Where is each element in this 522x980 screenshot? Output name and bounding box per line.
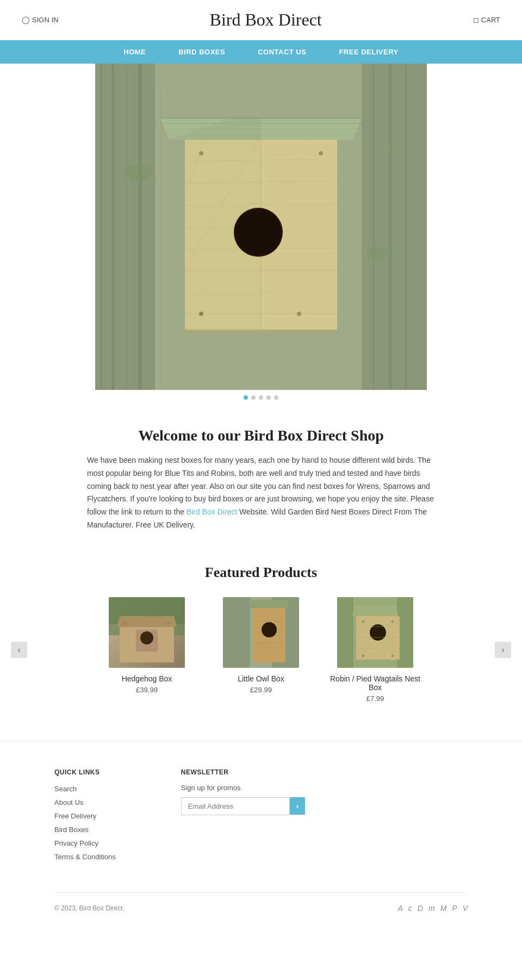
svg-rect-11 — [160, 91, 161, 390]
quick-link-search[interactable]: Search — [54, 785, 77, 793]
carousel-dot-4[interactable] — [266, 395, 271, 400]
newsletter-email-input[interactable] — [181, 797, 290, 815]
person-icon: ◯ — [22, 16, 30, 24]
list-item: Bird Boxes — [54, 824, 116, 834]
welcome-body: We have been making nest boxes for many … — [87, 454, 435, 532]
carousel-dot-5[interactable] — [274, 395, 278, 400]
product-price-hedgehog: £39.99 — [98, 686, 196, 694]
svg-point-77 — [362, 654, 365, 657]
list-item: Free Delivery — [54, 811, 116, 821]
welcome-heading: Welcome to our Bird Box Direct Shop — [87, 427, 435, 444]
welcome-section: Welcome to our Bird Box Direct Shop We h… — [0, 411, 522, 543]
nav-bird-boxes[interactable]: BIRD BOXES — [178, 48, 225, 56]
carousel-prev-button[interactable]: ‹ — [11, 642, 27, 658]
svg-point-39 — [200, 312, 203, 315]
list-item: Search — [54, 784, 116, 793]
svg-point-63 — [262, 622, 277, 637]
list-item: Terms & Conditions — [54, 852, 116, 861]
bird-box-direct-link[interactable]: Bird Box Direct — [187, 507, 237, 516]
signin-button[interactable]: ◯ SIGN IN — [22, 16, 58, 24]
svg-point-53 — [123, 622, 127, 625]
payment-icon-paypal: P — [452, 904, 457, 913]
product-card-robin[interactable]: Robin / Pied Wagtails Nest Box £7.99 — [326, 597, 424, 703]
svg-rect-56 — [223, 597, 250, 668]
svg-rect-5 — [139, 64, 142, 390]
quick-link-terms[interactable]: Terms & Conditions — [54, 853, 116, 861]
list-item: Privacy Policy — [54, 838, 116, 848]
nav-home[interactable]: HOME — [123, 48, 146, 56]
site-header: ◯ SIGN IN Bird Box Direct ◻ CART — [0, 0, 522, 40]
svg-point-75 — [362, 620, 365, 623]
svg-marker-50 — [117, 616, 177, 627]
newsletter-heading: NEWSLETTER — [181, 768, 306, 776]
svg-point-43 — [367, 247, 389, 260]
hero-image — [95, 64, 427, 390]
svg-rect-6 — [362, 64, 427, 390]
newsletter-form: › — [181, 797, 306, 815]
signin-label: SIGN IN — [32, 16, 58, 24]
svg-rect-2 — [101, 64, 102, 390]
product-name-robin: Robin / Pied Wagtails Nest Box — [326, 674, 424, 692]
svg-point-44 — [386, 140, 402, 151]
svg-point-52 — [140, 631, 153, 644]
main-nav: HOME BIRD BOXES CONTACT US FREE DELIVERY — [0, 40, 522, 64]
quick-link-about[interactable]: About Us — [54, 798, 83, 807]
newsletter-promo: Sign up for promos — [181, 784, 306, 792]
svg-rect-8 — [389, 64, 392, 390]
copyright-text: © 2023, Bird Box Direct. — [54, 904, 125, 912]
payment-icon-mastercard: M — [440, 904, 447, 913]
payment-icons: A c D m M P V — [398, 904, 468, 913]
product-price-robin: £7.99 — [326, 694, 424, 703]
svg-rect-7 — [372, 64, 375, 390]
carousel-dot-1[interactable] — [244, 395, 248, 400]
svg-rect-9 — [405, 64, 407, 390]
svg-point-42 — [125, 164, 152, 181]
payment-icon-visa: V — [463, 904, 468, 913]
products-carousel: ‹ — [11, 597, 511, 703]
product-card-hedgehog[interactable]: Hedgehog Box £39.99 — [98, 597, 196, 703]
footer-columns: QUICK LINKS Search About Us Free Deliver… — [54, 768, 468, 865]
newsletter-submit-button[interactable]: › — [290, 797, 306, 815]
quick-links-list: Search About Us Free Delivery Bird Boxes… — [54, 784, 116, 861]
nav-free-delivery[interactable]: FREE DELIVERY — [339, 48, 398, 56]
footer-quick-links: QUICK LINKS Search About Us Free Deliver… — [54, 768, 116, 865]
svg-point-37 — [319, 151, 323, 156]
cart-label: CART — [481, 16, 500, 24]
cart-button[interactable]: ◻ CART — [473, 16, 500, 24]
svg-rect-67 — [337, 597, 353, 668]
carousel-next-button[interactable]: › — [495, 642, 511, 658]
site-title: Bird Box Direct — [210, 10, 322, 30]
product-card-owl[interactable]: Little Owl Box £29.99 — [212, 597, 310, 703]
svg-rect-41 — [185, 329, 337, 333]
svg-point-40 — [297, 312, 301, 316]
nav-contact-us[interactable]: CONTACT US — [258, 48, 306, 56]
svg-marker-64 — [249, 600, 289, 608]
products-grid: Hedgehog Box £39.99 — [27, 597, 495, 703]
quick-link-privacy[interactable]: Privacy Policy — [54, 839, 98, 847]
payment-icon-maestro: m — [428, 904, 435, 913]
carousel-dot-3[interactable] — [259, 395, 263, 400]
svg-marker-70 — [352, 605, 398, 616]
svg-point-35 — [235, 209, 282, 256]
hero-section — [0, 64, 522, 411]
product-image-owl — [223, 597, 299, 668]
payment-icon-discover: D — [418, 904, 423, 913]
svg-rect-4 — [125, 64, 127, 390]
carousel-dot-2[interactable] — [251, 395, 256, 400]
product-price-owl: £29.99 — [212, 686, 310, 694]
quick-link-bird-boxes[interactable]: Bird Boxes — [54, 826, 89, 834]
carousel-dots — [0, 390, 522, 411]
site-footer: QUICK LINKS Search About Us Free Deliver… — [0, 741, 522, 929]
footer-newsletter: NEWSLETTER Sign up for promos › — [181, 768, 306, 865]
svg-point-78 — [391, 654, 394, 657]
product-image-robin — [337, 597, 413, 668]
product-name-hedgehog: Hedgehog Box — [98, 674, 196, 683]
cart-icon: ◻ — [473, 16, 479, 24]
payment-icon-amex: A — [398, 904, 403, 913]
featured-section: Featured Products ‹ — [0, 543, 522, 719]
quick-links-heading: QUICK LINKS — [54, 768, 116, 776]
footer-bottom: © 2023, Bird Box Direct. A c D m M P V — [54, 892, 468, 913]
svg-point-76 — [391, 620, 394, 623]
payment-icon-cirrus: c — [408, 904, 412, 913]
quick-link-delivery[interactable]: Free Delivery — [54, 812, 96, 820]
